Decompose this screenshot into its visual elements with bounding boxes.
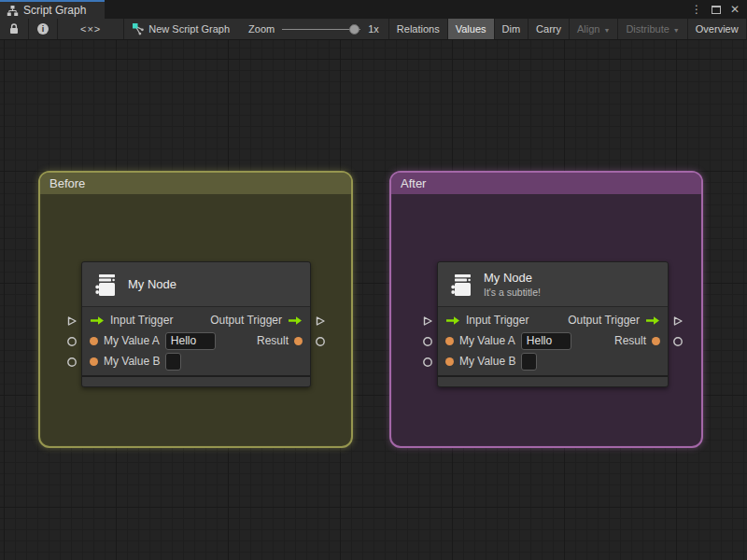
my-value-a-label: My Value A — [104, 334, 160, 347]
zoom-slider-knob[interactable] — [349, 24, 359, 35]
relations-button[interactable]: Relations — [389, 19, 447, 39]
flow-output-port[interactable] — [672, 315, 684, 327]
flow-output-port[interactable] — [315, 315, 326, 327]
node-port-rows: Input Trigger Output Trigger My Value A — [82, 307, 310, 375]
port-row-trigger: Input Trigger Output Trigger — [438, 310, 668, 330]
lock-button[interactable] — [0, 19, 28, 39]
value-input-port[interactable] — [66, 336, 78, 347]
flow-input-port[interactable] — [66, 315, 78, 327]
new-script-graph-label: New Script Graph — [148, 23, 230, 35]
zoom-label: Zoom — [248, 23, 275, 35]
result-label: Result — [257, 334, 289, 347]
flow-arrow-icon — [445, 315, 460, 326]
group-before-header[interactable]: Before — [40, 173, 351, 194]
node-my-node-before[interactable]: My Node Input Trigger Output Trigger — [81, 261, 311, 387]
input-trigger-label: Input Trigger — [110, 314, 173, 327]
node-my-node-after[interactable]: My Node It's a subtitle! Input Trigger O… — [437, 261, 669, 387]
my-value-b-input[interactable] — [521, 353, 537, 371]
flow-input-port[interactable] — [422, 315, 433, 327]
lock-icon — [8, 22, 20, 35]
title-bar: Script Graph ⋮ ✕ — [0, 0, 747, 19]
port-row-value-b: My Value B — [438, 351, 668, 371]
my-value-a-label: My Value A — [459, 334, 515, 347]
node-subtitle: It's a subtitle! — [484, 287, 541, 298]
my-value-a-input[interactable] — [165, 332, 216, 350]
values-button[interactable]: Values — [448, 19, 494, 39]
zoom-slider[interactable] — [282, 24, 360, 35]
carry-button[interactable]: Carry — [529, 19, 569, 39]
node-header[interactable]: My Node — [82, 262, 310, 307]
value-port-dot-icon — [652, 337, 660, 345]
chevron-down-icon: ▼ — [673, 27, 680, 34]
inspect-button[interactable]: i — [29, 19, 57, 39]
node-footer — [438, 375, 668, 386]
group-after-title: After — [401, 176, 426, 190]
unit-icon — [92, 271, 120, 299]
script-graph-window: Script Graph ⋮ ✕ i <×> — [0, 0, 747, 560]
flow-arrow-icon — [645, 315, 660, 326]
my-value-b-input[interactable] — [165, 353, 181, 371]
graph-nodes-icon — [132, 22, 145, 35]
my-value-a-input[interactable] — [521, 332, 571, 350]
align-label: Align — [577, 23, 599, 35]
tab-title: Script Graph — [23, 4, 86, 17]
value-input-port[interactable] — [422, 336, 433, 347]
maximize-icon[interactable] — [712, 6, 721, 14]
port-row-trigger: Input Trigger Output Trigger — [82, 310, 310, 330]
overview-label: Overview — [696, 23, 739, 35]
graph-hierarchy-icon — [7, 5, 19, 17]
window-controls: ⋮ ✕ — [691, 0, 747, 19]
node-port-rows: Input Trigger Output Trigger My Value A — [438, 307, 668, 375]
kebab-menu-icon[interactable]: ⋮ — [691, 4, 702, 15]
close-icon[interactable]: ✕ — [730, 4, 740, 15]
graph-canvas[interactable]: Before After — [0, 40, 747, 560]
dim-label: Dim — [502, 23, 521, 35]
graph-toolbar: i <×> New Script Graph Zoom — [0, 19, 747, 40]
relations-label: Relations — [397, 23, 440, 35]
result-label: Result — [614, 334, 646, 347]
node-header[interactable]: My Node It's a subtitle! — [438, 262, 668, 307]
overview-button[interactable]: Overview — [688, 19, 746, 39]
tab-script-graph[interactable]: Script Graph — [0, 0, 105, 19]
dim-button[interactable]: Dim — [495, 19, 529, 39]
unit-icon — [447, 271, 475, 299]
values-label: Values — [456, 23, 486, 35]
variables-toggle-button[interactable]: <×> — [58, 19, 123, 39]
output-trigger-label: Output Trigger — [568, 314, 640, 327]
zoom-control: Zoom 1x — [239, 19, 388, 39]
node-title: My Node — [484, 271, 541, 285]
flow-arrow-icon — [90, 315, 105, 326]
value-output-port[interactable] — [315, 336, 326, 347]
angle-multiply-icon: <×> — [80, 23, 101, 35]
carry-label: Carry — [536, 23, 561, 35]
chevron-down-icon: ▼ — [603, 27, 610, 34]
flow-arrow-icon — [288, 315, 303, 326]
value-port-dot-icon — [90, 337, 98, 345]
port-row-value-a: My Value A Result — [82, 330, 310, 351]
my-value-b-label: My Value B — [104, 355, 160, 368]
input-trigger-label: Input Trigger — [466, 314, 529, 327]
node-footer — [82, 375, 310, 386]
value-input-port[interactable] — [66, 357, 78, 368]
output-trigger-label: Output Trigger — [210, 314, 282, 327]
distribute-label: Distribute — [626, 23, 669, 35]
port-row-value-b: My Value B — [82, 351, 310, 371]
group-before-title: Before — [49, 176, 85, 190]
distribute-dropdown-button[interactable]: Distribute ▼ — [618, 19, 686, 39]
value-port-dot-icon — [294, 337, 303, 345]
value-port-dot-icon — [445, 357, 454, 366]
value-input-port[interactable] — [422, 357, 433, 368]
port-row-value-a: My Value A Result — [438, 330, 668, 351]
node-title: My Node — [128, 277, 176, 291]
group-after-header[interactable]: After — [391, 173, 701, 194]
value-output-port[interactable] — [672, 336, 684, 347]
zoom-value: 1x — [368, 23, 379, 35]
info-icon: i — [37, 23, 49, 35]
my-value-b-label: My Value B — [459, 355, 515, 368]
value-port-dot-icon — [445, 337, 454, 345]
value-port-dot-icon — [90, 357, 98, 366]
new-script-graph-button[interactable]: New Script Graph — [124, 19, 237, 39]
align-dropdown-button[interactable]: Align ▼ — [570, 19, 617, 39]
